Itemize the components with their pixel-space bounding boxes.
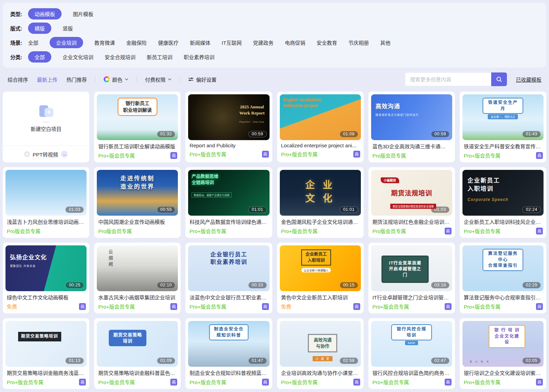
filter-option[interactable]: 党建政务 <box>253 39 273 46</box>
favorites-link[interactable]: 已收藏模板 <box>516 76 541 83</box>
filter-option[interactable]: 图片模板 <box>73 10 93 17</box>
card-title[interactable]: 金色国潮风粒子企业文化培训通用... <box>281 218 360 225</box>
card-title[interactable]: 蓝色3D企业高效沟通三维卡通人物... <box>372 143 451 150</box>
template-card[interactable]: 云烟阙 02:10 水墨古风来小画烟草集团企业培训 Pro+版会员专属 商 <box>94 243 181 313</box>
filter-option[interactable]: 金融保险 <box>126 39 147 46</box>
color-filter-button[interactable]: 颜色 <box>104 76 128 83</box>
card-title[interactable]: 中国风国潮企业宣传动画模板 <box>98 218 177 225</box>
card-thumbnail[interactable]: 企 业 文 化 01:01 <box>280 170 361 216</box>
filter-option[interactable]: 教育微课 <box>94 39 115 46</box>
filter-option[interactable]: 动画模板 <box>28 8 62 19</box>
template-card[interactable]: 高效沟通 精准倾听表达与跨部门协作技巧 00:59 蓝色3D企业高效沟通三维卡通… <box>368 92 455 162</box>
card-thumbnail[interactable]: 2025 Annual Work Report Reporter：Xiao Hu… <box>188 94 269 140</box>
sort-option[interactable]: 最新上传 <box>37 76 57 83</box>
template-card[interactable]: 企业银行员工 职业素养培训 00:33 淡蓝色中文企业银行员工职业素养... P… <box>185 243 272 313</box>
search-button[interactable] <box>491 72 507 86</box>
card-thumbnail[interactable]: 制造业安全合 规知识科普 01:47 <box>188 321 269 367</box>
card-title[interactable]: 期货交易策略培训金融科普蓝色简... <box>98 369 177 376</box>
card-title[interactable]: IT行业卓越管理之门企业培训管理... <box>372 294 451 301</box>
card-title[interactable]: 算法登记服务中心合规审查指引浅... <box>464 294 542 301</box>
template-card[interactable]: 企业新员工 入职培训 Corporate Speech 02:24 企业新员工入… <box>460 167 546 238</box>
card-thumbnail[interactable]: 高效沟通 与协作 小 课 堂 02:58 <box>280 321 361 367</box>
sort-option[interactable]: 综合排序 <box>8 76 28 83</box>
card-thumbnail[interactable]: 企业新员工 入职培训 Corporate Speech 02:24 <box>462 170 544 216</box>
template-card[interactable]: 算法登记服务中心 合规审查指引 02:29 算法登记服务中心合规审查指引浅...… <box>460 243 546 313</box>
preference-button[interactable]: 偏好设置 <box>188 76 217 83</box>
card-title[interactable]: 企业培训高效沟通与协作小课堂蓝... <box>281 369 360 376</box>
card-title[interactable]: Localized enterprise project ani... <box>281 143 360 148</box>
card-title[interactable]: 科技风产品数据宣传培训绿色通用... <box>189 218 268 225</box>
template-card[interactable]: 高效沟通 与协作 小 课 堂 02:58 企业培训高效沟通与协作小课堂蓝... … <box>277 318 364 389</box>
template-card[interactable]: 铁道安全生产月 安全第一，预防为主 01:43 铁道安全生产科普安全教育宣传卡.… <box>460 92 546 162</box>
card-title[interactable]: 水墨古风来小画烟草集团企业培训 <box>98 294 177 301</box>
card-thumbnail[interactable]: English localization enterprise project … <box>280 94 361 140</box>
card-thumbnail[interactable]: 企业新员工 入职培训 让企业新人快速融入 00:15 <box>280 245 361 291</box>
filter-option[interactable]: 节庆相册 <box>348 39 369 46</box>
template-card[interactable]: 期货交易策略培训 01:13 期货交易策略培训金融商务浅蓝色... Pro+版会… <box>3 318 89 389</box>
template-card[interactable]: 走进传统制 造业的世界 00:55 中国风国潮企业宣传动画模板 Pro版会员专属 <box>94 167 181 238</box>
filter-option[interactable]: IT互联网 <box>222 39 241 46</box>
new-blank-project-card[interactable]: 新建空白项目 PPT转视频 <box>3 92 89 162</box>
template-card[interactable]: 01:03 浅蓝吉卜力风创业思维培训动画模板 Pro版会员专属 <box>3 167 89 238</box>
template-card[interactable]: 银行风控合规培训 BANK 02:47 银行风控合规培训蓝色简约商务视... P… <box>368 318 455 389</box>
new-project-top[interactable]: 新建空白项目 <box>3 92 89 146</box>
template-card[interactable]: 制造业安全合 规知识科普 01:47 制造业安全合规知识科普视频蓝色... Pr… <box>185 318 272 389</box>
filter-option[interactable]: 企业培训 <box>50 37 83 48</box>
card-thumbnail[interactable]: 走进传统制 造业的世界 00:55 <box>97 170 178 216</box>
card-thumbnail[interactable]: 弘扬企业文化 凝聚团队 共筑未来 00:25 <box>5 245 87 291</box>
card-title[interactable]: 企业新员工入职培训科技风企业培训 <box>464 218 542 225</box>
filter-option[interactable]: 健康医疗 <box>158 39 179 46</box>
filter-option[interactable]: 全部 <box>28 39 38 46</box>
ppt-to-video-button[interactable]: PPT转视频 <box>3 146 89 162</box>
template-card[interactable]: 弘扬企业文化 凝聚团队 共筑未来 00:25 绿色中文工作文化动画模板 免费 商 <box>3 243 89 313</box>
filter-option[interactable]: 新闻媒体 <box>190 39 210 46</box>
card-title[interactable]: 制造业安全合规知识科普视频蓝色... <box>189 369 268 376</box>
card-thumbnail[interactable]: 云烟阙 02:10 <box>97 245 178 291</box>
card-title[interactable]: 黄色中文企业新员工入职培训 <box>281 294 360 301</box>
card-thumbnail[interactable]: 01:03 <box>5 170 87 216</box>
card-title[interactable]: 浅蓝吉卜力风创业思维培训动画模板 <box>7 218 85 225</box>
filter-option[interactable]: 全部 <box>28 51 51 63</box>
card-title[interactable]: 银行新员工培训职业解读动画模版 <box>98 143 177 150</box>
filter-option[interactable]: 电商促销 <box>285 39 305 46</box>
card-title[interactable]: 期货交易策略培训金融商务浅蓝色... <box>7 369 85 376</box>
card-thumbnail[interactable]: 企业银行员工 职业素养培训 00:33 <box>188 245 269 291</box>
card-thumbnail[interactable]: 高效沟通 精准倾听表达与跨部门协作技巧 00:59 <box>371 94 452 140</box>
card-thumbnail[interactable]: 产品数据思维 全链路培训 数据驱动，赋能产品增长与创新 01:01 <box>188 170 269 216</box>
template-card[interactable]: 银行新员工 职业培训解读 01:32 银行新员工培训职业解读动画模版 Pro+版… <box>94 92 181 162</box>
template-card[interactable]: 期货交易策略 培训 01:09 期货交易策略培训金融科普蓝色简... Pro+版… <box>94 318 181 389</box>
filter-option[interactable]: 企业文化培训 <box>63 53 93 60</box>
card-thumbnail[interactable]: 期货交易策略培训 01:13 <box>5 321 87 367</box>
card-thumbnail[interactable]: 算法登记服务中心 合规审查指引 02:29 <box>462 245 544 291</box>
card-title[interactable]: 淡蓝色中文企业银行员工职业素养... <box>189 294 268 301</box>
filter-option[interactable]: 安全合规培训 <box>105 53 135 60</box>
card-thumbnail[interactable]: 银 行 培 训 企业文化建设 B A N K 02:05 <box>462 321 544 367</box>
filter-option[interactable]: 安全教育 <box>316 39 337 46</box>
sort-option[interactable]: 热门推荐 <box>66 76 87 83</box>
template-card[interactable]: IT行业变革浪潮 开启卓越管理之门 03:18 IT行业卓越管理之门企业培训管理… <box>368 243 455 313</box>
template-card[interactable]: 企 业 文 化 01:01 金色国潮风粒子企业文化培训通用... Pro+版会员… <box>277 167 364 238</box>
card-title[interactable]: 铁道安全生产科普安全教育宣传卡... <box>464 143 542 150</box>
card-title[interactable]: 银行培训之企业文化建设培训紫色... <box>464 369 542 376</box>
card-thumbnail[interactable]: 小画期货 期货法规培训 期货法规是做好期货投资的安全保障 01:03 <box>371 170 452 216</box>
card-thumbnail[interactable]: IT行业变革浪潮 开启卓越管理之门 03:18 <box>371 245 452 291</box>
card-title[interactable]: 银行风控合规培训蓝色简约商务视... <box>372 369 451 376</box>
template-card[interactable]: 2025 Annual Work Report Reporter：Xiao Hu… <box>185 92 272 162</box>
card-thumbnail[interactable]: 银行新员工 职业培训解读 01:32 <box>97 94 178 140</box>
filter-option[interactable]: 横版 <box>28 23 51 34</box>
card-thumbnail[interactable]: 银行风控合规培训 BANK 02:47 <box>371 321 452 367</box>
filter-option[interactable]: 其他 <box>380 39 391 46</box>
template-card[interactable]: 企业新员工 入职培训 让企业新人快速融入 00:15 黄色中文企业新员工入职培训… <box>277 243 364 313</box>
filter-option[interactable]: 职业素养培训 <box>184 53 214 60</box>
card-thumbnail[interactable]: 期货交易策略 培训 01:09 <box>97 321 178 367</box>
template-card[interactable]: English localization enterprise project … <box>277 92 364 162</box>
filter-option[interactable]: 新员工培训 <box>147 53 172 60</box>
card-title[interactable]: 期货法规培训红色金融企业培训科... <box>372 218 451 225</box>
filter-option[interactable]: 竖版 <box>63 25 73 32</box>
search-input[interactable] <box>405 72 491 86</box>
pay-filter-button[interactable]: 付费权限 <box>145 76 171 83</box>
template-card[interactable]: 小画期货 期货法规培训 期货法规是做好期货投资的安全保障 01:03 期货法规培… <box>368 167 455 238</box>
card-title[interactable]: Report and Publicity <box>189 143 268 148</box>
card-title[interactable]: 绿色中文工作文化动画模板 <box>7 294 85 301</box>
template-card[interactable]: 产品数据思维 全链路培训 数据驱动，赋能产品增长与创新 01:01 科技风产品数… <box>185 167 272 238</box>
